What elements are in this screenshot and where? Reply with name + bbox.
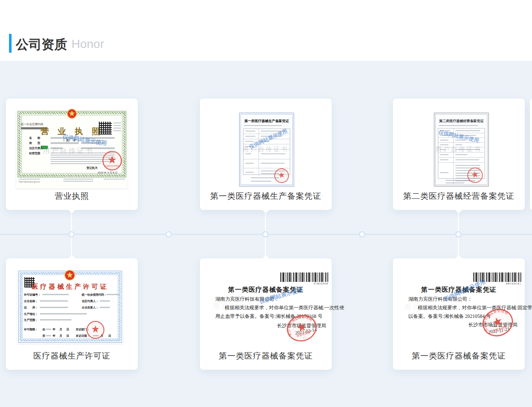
card-label: 医疗器械生产许可证 <box>9 350 134 362</box>
partial-next-card[interactable] <box>530 99 532 210</box>
term-month: 月 <box>59 328 62 332</box>
field-legal: 法定代表人： <box>82 299 98 303</box>
term-day: 日 <box>66 334 69 338</box>
term-month: 月 <box>59 334 62 338</box>
card-notch <box>455 255 463 259</box>
license-title: 医疗器械生产许可证 <box>18 283 123 291</box>
card-notch <box>455 209 463 213</box>
cert-title: 第二类医疗器械经营备案凭证 <box>436 119 487 123</box>
watermark-user-upload: 用户自传证书 <box>213 302 264 311</box>
watermark-user-upload: 用户自传证书 <box>404 303 455 312</box>
timeline-dot <box>359 231 365 237</box>
watermark-user-upload: 用户自传证书 <box>43 147 94 156</box>
business-license-image: 统一社会信用代码 营 业 执 照 （副 本） 名 称 类 型 法定 <box>16 110 128 189</box>
barcode <box>280 272 328 282</box>
national-emblem-icon <box>66 108 77 120</box>
value-redacted <box>107 294 119 295</box>
doc-line1: 湖南力宾医疗科技有限公司： <box>408 296 473 302</box>
issue-date: 2023 年 3 月 8 日 <box>98 171 117 175</box>
red-stamp <box>273 167 291 185</box>
certificate-card-production-permit[interactable]: 医疗器械生产许可证 许可证编号： 统一社会信用代码： 企业名称： 法定代表人： … <box>6 258 138 370</box>
card-label: 第二类医疗器械经营备案凭证 <box>396 191 521 202</box>
field-legal-label: 法定代表人 <box>29 147 43 150</box>
page-title: 公司资质 <box>16 36 67 54</box>
watermark-user-upload: 用户自传证书 <box>436 146 482 153</box>
cert-title: 第一类医疗器械生产备案凭证 <box>241 119 292 123</box>
cert-number-redacted <box>244 125 282 126</box>
barcode-text: 07MION48 <box>280 282 328 285</box>
field-scope-label: 经营范围 <box>29 152 40 156</box>
page-subtitle: Honor <box>71 37 104 51</box>
certificate-card-class1-filing-1[interactable]: 07MION48 第一类医疗器械备案凭证 湖南力宾医疗科技有限公司： 根据相关法… <box>200 258 332 370</box>
card-label: 第一类医疗器械备案凭证 <box>203 350 328 362</box>
red-stamp <box>466 166 484 185</box>
doc-title: 第一类医疗器械备案凭证 <box>200 286 332 294</box>
field-company: 企业名称： <box>24 299 38 303</box>
value-redacted <box>40 319 71 320</box>
cert-number-redacted <box>439 125 478 126</box>
value-redacted <box>40 300 68 302</box>
timeline-dot <box>166 231 172 237</box>
field-license-no: 许可证编号： <box>24 293 41 297</box>
term-to: 至 <box>42 334 45 338</box>
card-notch <box>262 209 270 213</box>
value-redacted <box>46 329 51 330</box>
qr-code <box>99 122 112 135</box>
red-stamp <box>86 320 105 339</box>
card-label: 第一类医疗器械备案凭证 <box>396 350 521 362</box>
term-day: 日 <box>66 328 69 332</box>
term-year: 年 <box>53 328 56 332</box>
filing-date-redacted <box>251 181 271 182</box>
field-credit-code: 统一社会信用代码： <box>82 293 107 297</box>
field-name-label: 名 称 <box>29 136 40 140</box>
value-redacted <box>100 307 110 308</box>
red-stamp: 行政审批专用章 <box>102 150 122 171</box>
certificate-card-business-license[interactable]: 统一社会信用代码 营 业 执 照 （副 本） 名 称 类 型 法定 <box>6 99 138 210</box>
card-label: 营业执照 <box>9 191 134 202</box>
value-redacted <box>100 300 110 302</box>
card-notch <box>68 255 76 259</box>
honor-page: 公司资质 Honor 统一社会信用代码 营 <box>0 0 532 407</box>
accent-bar <box>9 34 12 53</box>
value-redacted <box>46 335 51 336</box>
card-label: 第一类医疗器械生产备案凭证 <box>203 191 328 202</box>
card-notch <box>68 209 76 213</box>
field-term: 许可期限： <box>24 328 38 332</box>
field-type-label: 类 型 <box>29 141 40 145</box>
term-year: 年 <box>53 334 56 338</box>
field-address: 住 所： <box>24 306 38 310</box>
field-manager: 企业负责人： <box>82 306 98 310</box>
value-redacted <box>40 307 68 308</box>
certificates-section: 统一社会信用代码 营 业 执 照 （副 本） 名 称 类 型 法定 <box>0 61 532 407</box>
national-emblem-icon <box>64 269 76 282</box>
field-type-value-redacted <box>51 142 79 144</box>
timeline-dot <box>455 231 461 237</box>
filing-date-redacted <box>446 183 464 183</box>
production-permit-image: 医疗器械生产许可证 许可证编号： 统一社会信用代码： 企业名称： 法定代表人： … <box>18 270 123 344</box>
field-prod-address: 生产地址： <box>24 312 38 316</box>
timeline-dot <box>68 231 74 237</box>
svg-text:行政审批专用章: 行政审批专用章 <box>105 165 119 168</box>
field-scope: 生产范围： <box>24 318 38 322</box>
filing-dept-redacted <box>446 180 470 181</box>
certificate-card-class1-filing-2[interactable]: RB5XOCR1 第一类医疗器械备案凭证 湖南力宾医疗科技有限公司： 根据相关法… <box>393 258 525 370</box>
value-redacted <box>42 294 69 295</box>
certificate-card-class1-production-filing[interactable]: 第一类医疗器械生产备案凭证 <box>200 99 332 210</box>
timeline-dot <box>262 231 268 237</box>
term-from: 自 <box>42 328 45 332</box>
section-header: 公司资质 Honor <box>0 0 532 61</box>
card-notch <box>262 255 270 259</box>
issuer-label: 登记机关 <box>86 166 98 170</box>
certificate-card-class2-operation-filing[interactable]: 第二类医疗器械经营备案凭证 <box>393 99 525 210</box>
issue-day: 日 <box>108 334 111 338</box>
value-redacted <box>40 313 87 314</box>
footer-url: http://www.gsxt.gov.cn <box>19 180 40 183</box>
